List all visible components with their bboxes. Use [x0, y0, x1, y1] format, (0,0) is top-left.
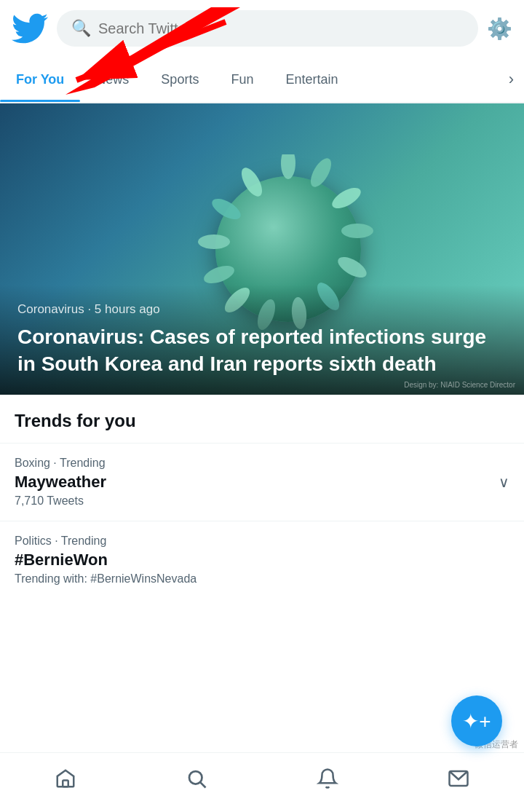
hero-title: Coronavirus: Cases of reported infection… — [17, 324, 507, 377]
svg-point-13 — [198, 234, 230, 249]
search-input[interactable] — [98, 20, 464, 37]
hero-image[interactable]: Coronavirus · 5 hours ago Coronavirus: C… — [0, 103, 524, 395]
svg-point-5 — [329, 184, 364, 212]
svg-point-14 — [209, 194, 244, 223]
svg-point-12 — [202, 262, 237, 287]
tabs-chevron[interactable]: › — [499, 57, 524, 102]
trend-name-1: Mayweather — [15, 473, 509, 492]
trends-section: Trends for you Boxing · Trending Mayweat… — [0, 395, 524, 599]
hero-watermark: Design by: NIAID Science Director — [404, 381, 515, 389]
trend-meta-1: Boxing · Trending — [15, 457, 509, 470]
hero-separator: · — [87, 302, 94, 316]
svg-point-3 — [281, 154, 295, 179]
svg-point-6 — [341, 224, 373, 238]
trend-item-berniewon[interactable]: Politics · Trending #BernieWon Trending … — [0, 521, 524, 599]
svg-point-15 — [237, 165, 266, 200]
trend-count-2: Trending with: #BernieWinsNevada — [15, 572, 509, 586]
hero-meta: Coronavirus · 5 hours ago — [17, 302, 507, 317]
twitter-logo[interactable] — [12, 10, 48, 47]
trend-count-1: 7,710 Tweets — [15, 494, 509, 508]
trend-name-2: #BernieWon — [15, 551, 509, 569]
search-bar[interactable]: 🔍 — [57, 10, 478, 47]
hero-time: 5 hours ago — [95, 302, 160, 316]
tab-for-you[interactable]: For You — [0, 59, 80, 100]
trend-chevron-1[interactable]: ∨ — [499, 473, 509, 491]
hero-overlay: Coronavirus · 5 hours ago Coronavirus: C… — [0, 285, 524, 395]
tab-sports[interactable]: Sports — [145, 59, 215, 100]
tab-fun[interactable]: Fun — [215, 59, 269, 100]
search-icon: 🔍 — [71, 19, 91, 38]
header: 🔍 ⚙️ — [0, 0, 524, 57]
settings-icon[interactable]: ⚙️ — [487, 17, 512, 41]
svg-point-4 — [306, 155, 335, 190]
tabs-bar: For You News Sports Fun Entertain › — [0, 57, 524, 103]
tab-news[interactable]: News — [80, 59, 145, 100]
tab-entertain[interactable]: Entertain — [269, 59, 354, 100]
trends-header: Trends for you — [0, 395, 524, 443]
trend-item-mayweather[interactable]: Boxing · Trending Mayweather 7,710 Tweet… — [0, 443, 524, 521]
svg-point-7 — [335, 253, 370, 281]
trend-meta-2: Politics · Trending — [15, 535, 509, 548]
hero-category: Coronavirus — [17, 302, 84, 316]
